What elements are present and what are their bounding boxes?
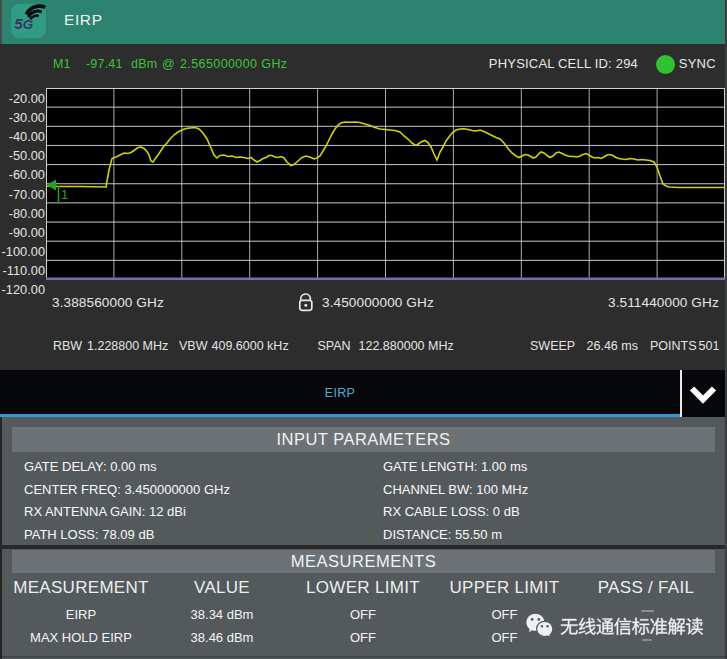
svg-text:1: 1 xyxy=(61,187,68,202)
